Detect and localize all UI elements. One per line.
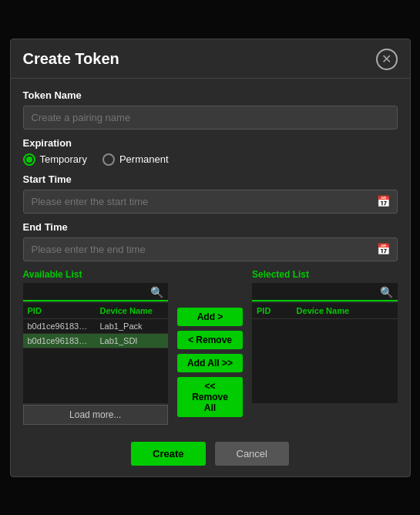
modal-header: Create Token ✕ [11,39,410,79]
selected-list-label: Selected List [252,269,398,280]
selected-search-icon: 🔍 [380,286,393,298]
modal-overlay: Create Token ✕ Token Name Expiration Tem… [0,0,420,515]
available-search-wrapper: 🔍 [23,283,169,301]
create-button[interactable]: Create [131,442,205,466]
pid-cell: b0d1ce961839703.. [23,318,96,333]
end-time-label: End Time [23,221,398,233]
middle-buttons: Add > < Remove Add All >> << Remove All [174,269,246,425]
selected-search-input[interactable] [252,283,398,301]
permanent-label: Permanent [119,153,169,165]
close-button[interactable]: ✕ [376,49,398,70]
load-more-button[interactable]: Load more... [23,405,169,425]
available-list-header-row: PID Device Name [23,303,169,319]
expiration-label: Expiration [23,137,398,149]
modal-body: Token Name Expiration Temporary Permanen… [11,79,410,433]
remove-button[interactable]: < Remove [177,331,243,349]
modal-footer: Create Cancel [11,433,410,476]
selected-list-header-row: PID Device Name [252,303,398,319]
cancel-button[interactable]: Cancel [215,442,289,466]
token-name-label: Token Name [23,89,398,101]
temporary-radio[interactable] [23,153,35,166]
permanent-option[interactable]: Permanent [102,153,169,166]
selected-list-table: PID Device Name [252,303,398,319]
selected-search-wrapper: 🔍 [252,283,398,301]
expiration-row: Temporary Permanent [23,153,398,166]
available-search-input[interactable] [23,283,169,301]
start-time-wrapper: 📅 [23,190,398,214]
end-time-wrapper: 📅 [23,237,398,261]
selected-device-header: Device Name [292,303,398,319]
available-list-panel: Available List 🔍 PID Device Name [23,269,169,425]
available-list-table: PID Device Name b0d1ce961839703..Lab1_Pa… [23,303,169,348]
temporary-label: Temporary [40,153,87,165]
available-list-label: Available List [23,269,169,280]
available-search-icon: 🔍 [150,286,163,298]
create-token-modal: Create Token ✕ Token Name Expiration Tem… [10,39,411,477]
remove-all-button[interactable]: << Remove All [177,377,243,417]
selected-pid-header: PID [252,303,292,319]
pid-cell: b0d1ce961839703.. [23,333,96,348]
start-time-input[interactable] [23,190,398,214]
permanent-radio[interactable] [102,153,115,166]
device-name-cell: Lab1_SDI [95,333,168,348]
selected-list-panel: Selected List 🔍 PID Device Name [252,269,398,425]
available-list-container[interactable]: PID Device Name b0d1ce961839703..Lab1_Pa… [23,303,169,403]
list-item[interactable]: b0d1ce961839703..Lab1_SDI [23,333,169,348]
add-button[interactable]: Add > [177,308,243,326]
end-time-input[interactable] [23,237,398,261]
lists-section: Available List 🔍 PID Device Name [23,269,398,425]
token-name-input[interactable] [23,106,398,130]
modal-title: Create Token [23,50,119,68]
device-name-cell: Lab1_Pack [95,318,168,333]
available-pid-header: PID [23,303,96,319]
add-all-button[interactable]: Add All >> [177,354,243,372]
selected-list-container[interactable]: PID Device Name [252,303,398,403]
available-device-header: Device Name [95,303,168,319]
list-item[interactable]: b0d1ce961839703..Lab1_Pack [23,318,169,333]
start-time-label: Start Time [23,173,398,185]
temporary-option[interactable]: Temporary [23,153,87,166]
